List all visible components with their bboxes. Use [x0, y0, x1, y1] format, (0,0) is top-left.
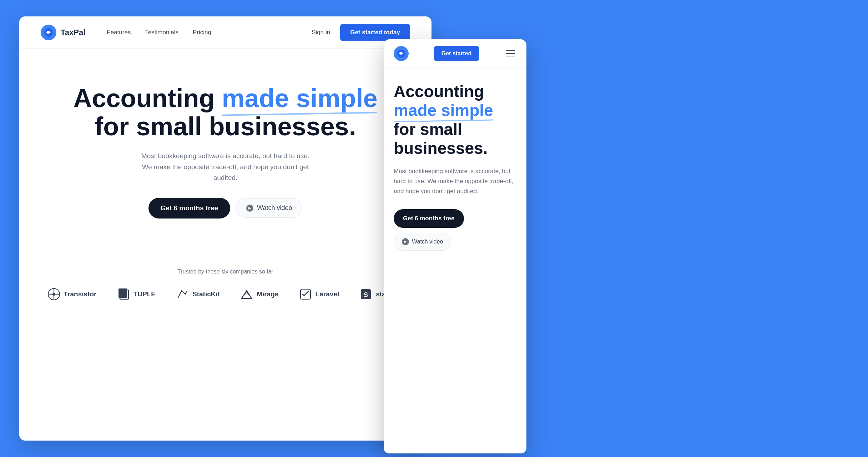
mobile-watch-video-label: Watch video: [412, 238, 443, 245]
logo[interactable]: TaxPal: [41, 25, 85, 40]
hero-title-part2: for small businesses.: [95, 112, 356, 141]
transistor-icon: [47, 288, 60, 301]
nav-pricing[interactable]: Pricing: [193, 29, 211, 36]
statickit-logo: StaticKit: [176, 288, 220, 301]
get-6-months-free-button[interactable]: Get 6 months free: [148, 198, 231, 219]
transistor-logo: Transistor: [47, 288, 97, 301]
hamburger-line-3: [506, 56, 515, 57]
laravel-logo: Laravel: [299, 288, 339, 301]
desktop-nav: TaxPal Features Testimonials Pricing Sig…: [19, 16, 432, 49]
hero-subtitle: Most bookkeeping software is accurate, b…: [136, 151, 315, 183]
svg-point-5: [52, 293, 55, 296]
company-logos: Transistor TUPLE Static: [41, 288, 410, 301]
sign-in-link[interactable]: Sign in: [312, 29, 330, 36]
mobile-window: Get started Accounting made simple for s…: [384, 39, 526, 453]
laravel-icon: [299, 288, 312, 301]
tuple-name: TUPLE: [133, 290, 156, 298]
tuple-icon: [117, 288, 130, 301]
statickit-name: StaticKit: [192, 290, 220, 298]
mobile-get-started-button[interactable]: Get started: [434, 46, 479, 61]
svg-point-1: [47, 31, 50, 34]
watch-video-label: Watch video: [257, 204, 292, 212]
hamburger-line-2: [506, 53, 515, 54]
tuple-logo: TUPLE: [117, 288, 156, 301]
mirage-icon: [240, 288, 253, 301]
statamic-icon: S: [359, 288, 372, 301]
watch-video-button[interactable]: ▶ Watch video: [236, 198, 302, 218]
trusted-section: Trusted by these six companies so far Tr…: [19, 240, 432, 315]
mobile-title-part1: Accounting: [394, 82, 484, 101]
hero-actions: Get 6 months free ▶ Watch video: [41, 198, 410, 219]
mobile-get-6-months-free-button[interactable]: Get 6 months free: [394, 209, 464, 228]
statickit-icon: [176, 288, 189, 301]
hamburger-menu-button[interactable]: [504, 49, 516, 58]
desktop-hero: Accounting made simple for small busines…: [19, 49, 432, 240]
mobile-hero-subtitle: Most bookkeeping software is accurate, b…: [394, 166, 516, 196]
nav-testimonials[interactable]: Testimonials: [145, 29, 178, 36]
desktop-window: TaxPal Features Testimonials Pricing Sig…: [19, 16, 432, 441]
logo-icon: [41, 25, 56, 40]
svg-text:S: S: [364, 291, 368, 298]
laravel-name: Laravel: [316, 290, 339, 298]
hamburger-line-1: [506, 50, 515, 51]
nav-right: Sign in Get started today: [312, 24, 410, 41]
mirage-logo: Mirage: [240, 288, 278, 301]
logo-text: TaxPal: [61, 28, 85, 37]
mirage-name: Mirage: [257, 290, 278, 298]
mobile-hero-actions: Get 6 months free ▶ Watch video: [394, 209, 516, 251]
play-icon: ▶: [246, 205, 253, 212]
trusted-label: Trusted by these six companies so far: [41, 268, 410, 275]
svg-point-12: [400, 52, 402, 55]
nav-features[interactable]: Features: [107, 29, 131, 36]
mobile-logo-icon: [394, 46, 409, 61]
transistor-name: Transistor: [64, 290, 97, 298]
get-started-today-button[interactable]: Get started today: [340, 24, 410, 41]
hero-title: Accounting made simple for small busines…: [41, 84, 410, 141]
mobile-hero: Accounting made simple for smallbusiness…: [384, 68, 526, 263]
mobile-play-icon: ▶: [402, 238, 409, 245]
mobile-title-accent: made simple: [394, 101, 493, 120]
mobile-watch-video-button[interactable]: ▶ Watch video: [394, 233, 451, 251]
nav-links: Features Testimonials Pricing: [107, 29, 312, 36]
mobile-hero-title: Accounting made simple for smallbusiness…: [394, 82, 516, 158]
mobile-nav: Get started: [384, 39, 526, 68]
hero-title-part1: Accounting: [73, 84, 222, 112]
hero-title-accent: made simple: [222, 84, 377, 112]
mobile-title-part2: for smallbusinesses.: [394, 120, 488, 157]
